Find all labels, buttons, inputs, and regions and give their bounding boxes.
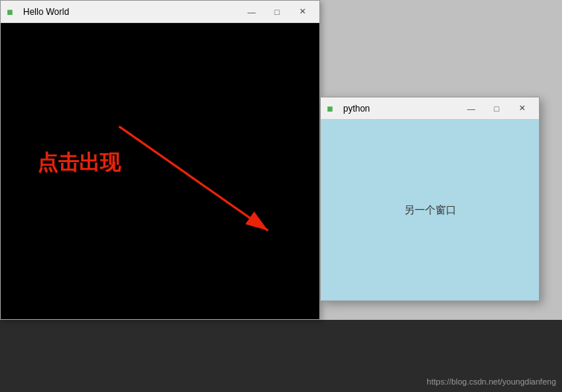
annotation-text: 点击出现: [37, 151, 121, 174]
main-window-title: Hello World: [23, 7, 240, 17]
watermark: https://blog.csdn.net/youngdianfeng: [427, 377, 556, 386]
python-window: ■ python — □ ✕ 另一个窗口: [320, 97, 540, 301]
main-window-titlebar: ■ Hello World — □ ✕: [1, 1, 319, 23]
python-window-label: 另一个窗口: [404, 204, 456, 217]
annotation-container: 点击出现: [37, 149, 121, 177]
python-window-controls: — □ ✕: [460, 101, 533, 116]
python-window-title: python: [343, 103, 460, 114]
main-close-button[interactable]: ✕: [291, 4, 313, 19]
python-minimize-button[interactable]: —: [460, 101, 482, 116]
main-minimize-button[interactable]: —: [240, 4, 263, 19]
main-window-controls: — □ ✕: [240, 4, 313, 19]
python-window-icon: ■: [327, 103, 339, 115]
main-window-icon: ■: [7, 6, 19, 18]
python-maximize-button[interactable]: □: [485, 101, 508, 116]
main-maximize-button[interactable]: □: [266, 4, 288, 19]
python-window-titlebar: ■ python — □ ✕: [321, 97, 539, 120]
python-window-content: 另一个窗口: [321, 120, 539, 301]
python-close-button[interactable]: ✕: [511, 101, 533, 116]
